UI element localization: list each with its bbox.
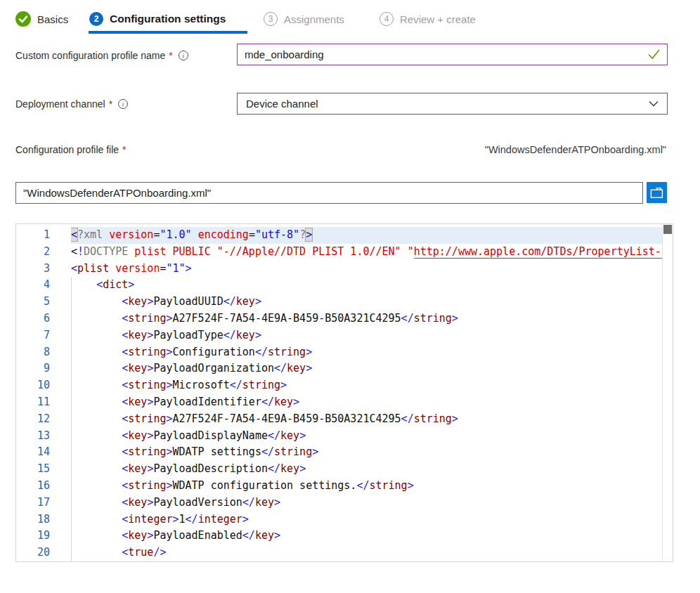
required-asterisk: * <box>122 144 126 155</box>
code-text: <string>WDATP settings</string> <box>71 444 673 461</box>
line-number: 8 <box>16 344 71 361</box>
line-number: 5 <box>16 294 71 311</box>
code-text: <key>PayloadDisplayName</key> <box>71 428 673 445</box>
code-line[interactable]: 15 <key>PayloadDescription</key> <box>16 461 673 478</box>
code-text: <dict> <box>71 277 673 294</box>
deployment-channel-dropdown[interactable]: Device channel <box>237 93 668 115</box>
line-number: 7 <box>16 327 71 344</box>
code-line[interactable]: 2<!DOCTYPE plist PUBLIC "-//Apple//DTD P… <box>16 244 673 261</box>
code-text: <!DOCTYPE plist PUBLIC "-//Apple//DTD PL… <box>71 244 673 261</box>
line-number: 6 <box>16 311 71 327</box>
configuration-settings-page: Basics 2 Configuration settings 3 Assign… <box>0 0 700 593</box>
line-number: 10 <box>16 377 71 394</box>
line-number: 15 <box>16 461 71 478</box>
code-text: <key>PayloadType</key> <box>71 327 673 344</box>
tab-configuration-settings[interactable]: 2 Configuration settings <box>89 9 226 29</box>
editor-vertical-scrollbar[interactable] <box>662 224 673 561</box>
step-2-badge: 2 <box>89 12 103 26</box>
code-text: <true/> <box>71 545 673 561</box>
line-number: 4 <box>16 277 71 294</box>
code-text: <key>PayloadIdentifier</key> <box>71 394 673 411</box>
chevron-down-icon <box>649 100 659 107</box>
line-number: 16 <box>16 478 71 495</box>
code-line[interactable]: 12 <string>A27F524F-7A54-4E9A-B459-B50A3… <box>16 411 673 428</box>
code-line[interactable]: 7 <key>PayloadType</key> <box>16 327 673 344</box>
step-label-configuration-settings: Configuration settings <box>110 13 226 25</box>
line-number: 20 <box>16 545 71 561</box>
deployment-channel-label: Deployment channel * i <box>15 98 128 110</box>
info-icon[interactable]: i <box>118 99 128 109</box>
code-lines: 1<?xml version="1.0" encoding="utf-8"?>2… <box>16 227 673 561</box>
code-text: <string>Configuration</string> <box>71 344 673 361</box>
line-number: 1 <box>16 227 71 244</box>
step-label-basics: Basics <box>37 13 68 25</box>
step-complete-check-icon <box>15 11 31 27</box>
code-text: <key>PayloadDescription</key> <box>71 461 673 478</box>
info-icon[interactable]: i <box>179 51 188 60</box>
profile-name-input[interactable] <box>237 44 668 65</box>
xml-code-editor[interactable]: 1<?xml version="1.0" encoding="utf-8"?>2… <box>15 223 673 562</box>
code-text: <key>PayloadUUID</key> <box>71 294 673 311</box>
scrollbar-thumb[interactable] <box>663 225 672 234</box>
step-4-badge: 4 <box>380 12 394 26</box>
code-line[interactable]: 16 <string>WDATP configuration settings.… <box>16 478 673 495</box>
code-text: <key>PayloadOrganization</key> <box>71 360 673 377</box>
step-label-assignments: Assignments <box>284 13 344 25</box>
line-number: 19 <box>16 528 71 545</box>
code-text: <string>WDATP configuration settings.</s… <box>71 478 673 495</box>
line-number: 17 <box>16 495 71 511</box>
required-asterisk: * <box>169 50 172 61</box>
selected-file-name: "WindowsDefenderATPOnboarding.xml" <box>485 144 666 155</box>
required-asterisk: * <box>109 98 112 110</box>
code-line[interactable]: 1<?xml version="1.0" encoding="utf-8"?> <box>16 227 673 244</box>
code-line[interactable]: 14 <string>WDATP settings</string> <box>16 444 673 461</box>
code-text: <string>Microsoft</string> <box>71 377 673 394</box>
code-text: <integer>1</integer> <box>71 511 673 528</box>
code-line[interactable]: 18 <integer>1</integer> <box>16 511 673 528</box>
profile-file-label: Configuration profile file * <box>15 144 127 155</box>
code-line[interactable]: 9 <key>PayloadOrganization</key> <box>16 360 673 377</box>
line-number: 2 <box>16 244 71 261</box>
line-number: 13 <box>16 428 71 445</box>
deployment-channel-value: Device channel <box>246 98 649 110</box>
code-line[interactable]: 11 <key>PayloadIdentifier</key> <box>16 394 673 411</box>
line-number: 3 <box>16 261 71 278</box>
code-text: <string>A27F524F-7A54-4E9A-B459-B50A321C… <box>71 411 673 428</box>
code-line[interactable]: 17 <key>PayloadVersion</key> <box>16 495 673 511</box>
line-number: 12 <box>16 411 71 428</box>
active-step-underline <box>89 31 247 34</box>
step-label-review-create: Review + create <box>400 13 476 25</box>
code-text: <key>PayloadEnabled</key> <box>71 528 673 545</box>
code-text: <key>PayloadVersion</key> <box>71 495 673 511</box>
code-text: <?xml version="1.0" encoding="utf-8"?> <box>71 227 673 244</box>
line-number: 18 <box>16 511 71 528</box>
tab-basics[interactable]: Basics <box>15 9 68 29</box>
line-number: 9 <box>16 360 71 377</box>
tab-review-create[interactable]: 4 Review + create <box>380 9 476 29</box>
code-line[interactable]: 5 <key>PayloadUUID</key> <box>16 294 673 311</box>
browse-file-button[interactable] <box>647 182 667 203</box>
code-line[interactable]: 8 <string>Configuration</string> <box>16 344 673 361</box>
code-line[interactable]: 20 <true/> <box>16 545 673 561</box>
code-line[interactable]: 19 <key>PayloadEnabled</key> <box>16 528 673 545</box>
code-line[interactable]: 13 <key>PayloadDisplayName</key> <box>16 428 673 445</box>
code-line[interactable]: 10 <string>Microsoft</string> <box>16 377 673 394</box>
step-3-badge: 3 <box>264 12 278 26</box>
code-line[interactable]: 3<plist version="1"> <box>16 261 673 278</box>
folder-icon <box>650 187 663 199</box>
code-text: <string>A27F524F-7A54-4E9A-B459-B50A321C… <box>71 311 673 327</box>
line-number: 14 <box>16 444 71 461</box>
indent-guide <box>71 277 72 561</box>
code-line[interactable]: 4 <dict> <box>16 277 673 294</box>
profile-file-input[interactable] <box>15 182 643 204</box>
code-text: <plist version="1"> <box>71 261 673 278</box>
tab-assignments[interactable]: 3 Assignments <box>264 9 344 29</box>
input-valid-check-icon <box>648 49 660 63</box>
profile-name-label: Custom configuration profile name * i <box>15 50 188 61</box>
line-number: 11 <box>16 394 71 411</box>
code-line[interactable]: 6 <string>A27F524F-7A54-4E9A-B459-B50A32… <box>16 311 673 327</box>
